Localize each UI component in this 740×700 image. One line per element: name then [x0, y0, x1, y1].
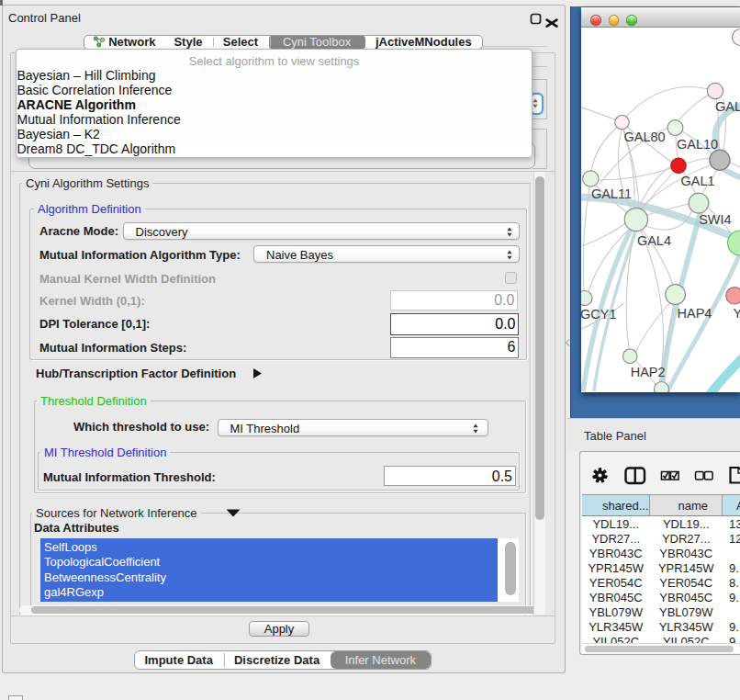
- network-node[interactable]: [733, 29, 740, 46]
- table-row[interactable]: YER054CYER054C8.: [582, 575, 740, 590]
- close-button[interactable]: [590, 15, 601, 26]
- network-edge: [581, 222, 627, 248]
- apply-button[interactable]: Apply: [249, 621, 309, 637]
- algorithm-option[interactable]: ARACNE Algorithm: [17, 97, 136, 112]
- table-cell: 12.: [723, 532, 740, 546]
- combo-value: MI Threshold: [230, 422, 300, 435]
- network-node[interactable]: [726, 288, 740, 304]
- table-cell: YBL079W: [650, 605, 723, 619]
- network-node[interactable]: [710, 150, 730, 170]
- network-node[interactable]: [689, 193, 709, 213]
- network-window-titlebar[interactable]: [581, 7, 740, 28]
- network-node-label: GAL1: [681, 174, 715, 188]
- algorithm-option[interactable]: Basic Correlation Inference: [17, 83, 173, 97]
- kernel-width-input[interactable]: 0.0: [390, 290, 519, 311]
- attribute-list-vscroll-thumb[interactable]: [505, 542, 516, 595]
- mi-threshold-input[interactable]: 0.5: [384, 466, 516, 487]
- table-row[interactable]: YIL052CYIL052C9.: [582, 634, 740, 643]
- algorithm-dropdown-popup: Select algorithm to view settings Bayesi…: [16, 49, 533, 158]
- network-canvas[interactable]: GAL7GAL80GAL10GAL1GAL11SWI4GAL4GCY1HAP4Y…: [581, 28, 740, 392]
- attribute-item[interactable]: BetweennessCentrality: [44, 570, 166, 584]
- table-hscroll-thumb[interactable]: [585, 646, 734, 652]
- data-attributes-label: Data Attributes: [34, 521, 119, 535]
- table-cell: YLR345W: [582, 620, 650, 634]
- column-header-label: name: [678, 499, 708, 513]
- scrollpane-bottom-border: [10, 615, 555, 616]
- dpi-tolerance-input[interactable]: 0.0: [390, 313, 520, 335]
- screen-corner-mark: [0, 0, 3, 6]
- aracne-mode-label: Aracne Mode:: [39, 224, 118, 238]
- table-row[interactable]: YDR27...YDR27...12.: [582, 531, 740, 546]
- splitpane-collapse-icon[interactable]: [565, 338, 570, 347]
- which-threshold-select[interactable]: MI Threshold: [218, 419, 488, 436]
- network-node[interactable]: [615, 116, 629, 130]
- network-node-label: YM: [734, 306, 740, 321]
- table-cell: YLR345W: [650, 620, 723, 634]
- column-header[interactable]: A: [723, 495, 740, 515]
- network-node[interactable]: [622, 349, 637, 364]
- settings-hscroll-thumb[interactable]: [31, 606, 536, 614]
- network-edge: [623, 87, 715, 119]
- table-row[interactable]: YLR345WYLR345W9.: [582, 619, 740, 634]
- table-row[interactable]: YBR045CYBR045C9.: [582, 590, 740, 604]
- table-cell: YBR045C: [582, 591, 650, 604]
- data-attributes-list[interactable]: SelfLoopsTopologicalCoefficientBetweenne…: [40, 538, 519, 602]
- table-row[interactable]: YPR145WYPR145W9.: [582, 560, 740, 575]
- network-node[interactable]: [655, 382, 669, 393]
- mi-steps-input[interactable]: 6: [390, 337, 520, 359]
- network-node[interactable]: [671, 158, 686, 173]
- network-edge: [636, 302, 670, 351]
- network-node[interactable]: [624, 208, 647, 231]
- table-cell: YIL052C: [582, 635, 650, 643]
- algorithm-option[interactable]: Bayesian – K2: [17, 127, 100, 141]
- clear-checkboxes-icon[interactable]: [696, 472, 713, 480]
- attribute-item[interactable]: TopologicalCoefficient: [44, 555, 160, 569]
- table-cell: 9.: [723, 635, 740, 643]
- table-settings-gear-icon[interactable]: [593, 468, 608, 482]
- mi-threshold-title: MI Threshold Definition: [40, 446, 170, 459]
- network-node-label: SWI4: [699, 212, 731, 227]
- column-header[interactable]: name: [650, 495, 723, 515]
- algorithm-option[interactable]: Bayesian – Hill Climbing: [17, 68, 156, 83]
- tab-discretize-data[interactable]: Discretize Data: [223, 651, 331, 669]
- table-cell: YDL19...: [582, 517, 650, 531]
- network-node[interactable]: [667, 120, 683, 136]
- zoom-button[interactable]: [626, 15, 637, 26]
- window-grip[interactable]: [8, 695, 23, 700]
- network-window: GAL7GAL80GAL10GAL1GAL11SWI4GAL4GCY1HAP4Y…: [581, 7, 740, 392]
- algorithm-option[interactable]: Dream8 DC_TDC Algorithm: [17, 141, 176, 156]
- table-row[interactable]: YDL19...YDL19...13.: [582, 516, 740, 531]
- algorithm-option[interactable]: Mutual Information Inference: [17, 112, 181, 127]
- table-row[interactable]: YBR043CYBR043C: [582, 546, 740, 560]
- attribute-item[interactable]: SelfLoops: [44, 540, 97, 554]
- network-node[interactable]: [581, 291, 592, 306]
- settings-vscroll-thumb[interactable]: [535, 176, 544, 520]
- hub-definition-label[interactable]: Hub/Transcription Factor Definition: [36, 367, 236, 380]
- manual-kernel-checkbox[interactable]: [505, 272, 517, 284]
- network-node-label: GAL80: [624, 130, 666, 144]
- column-header[interactable]: shared...: [582, 495, 650, 515]
- minimize-button[interactable]: [609, 15, 620, 26]
- table-cell: YDR27...: [650, 532, 723, 546]
- table-row[interactable]: YBL079WYBL079W: [582, 604, 740, 619]
- cyni-algorithm-settings-title: Cyni Algorithm Settings: [22, 176, 152, 190]
- network-node[interactable]: [707, 83, 723, 98]
- aracne-mode-select[interactable]: Discovery: [123, 222, 520, 241]
- new-table-icon[interactable]: [731, 468, 740, 483]
- network-node[interactable]: [583, 171, 599, 186]
- tab-impute-data[interactable]: Impute Data: [135, 651, 223, 669]
- mi-type-select[interactable]: Naive Bayes: [253, 245, 520, 264]
- network-edge: [730, 163, 740, 170]
- sources-collapse-arrow-icon[interactable]: [226, 509, 241, 517]
- which-threshold-label: Which threshold to use:: [73, 420, 209, 434]
- hub-expand-arrow-icon[interactable]: [252, 367, 263, 379]
- network-edge: [641, 231, 664, 384]
- tab-infer-network[interactable]: Infer Network: [331, 651, 430, 669]
- dpi-tolerance-label: DPI Tolerance [0,1]:: [39, 317, 150, 331]
- attribute-item[interactable]: gal4RGexp: [44, 585, 104, 599]
- table-columns-icon[interactable]: [626, 469, 645, 484]
- table-header: shared...nameA: [582, 494, 740, 516]
- network-node[interactable]: [666, 285, 686, 305]
- algorithm-definition-title: Algorithm Definition: [34, 202, 145, 216]
- select-all-checkboxes-icon[interactable]: [662, 471, 679, 480]
